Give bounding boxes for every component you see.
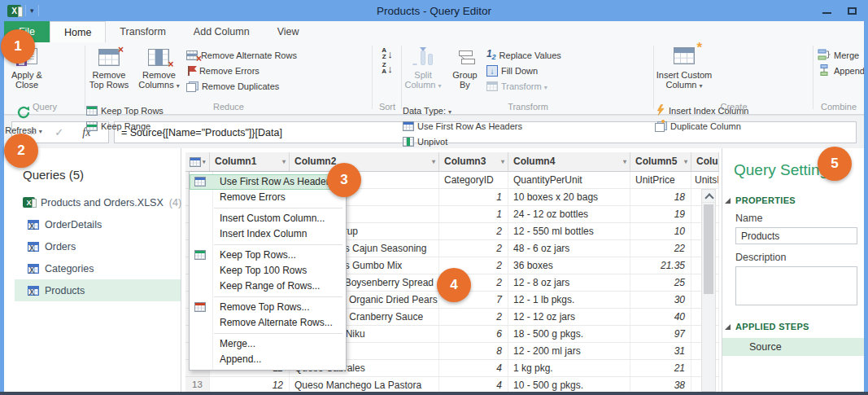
filter-icon[interactable]: ▾ — [684, 158, 687, 165]
column-header-column1[interactable]: Column1▾ — [210, 152, 290, 172]
merge-button[interactable]: Merge — [818, 49, 863, 62]
grid-vertical-scrollbar[interactable] — [701, 189, 716, 392]
filter-icon[interactable]: ▾ — [501, 158, 504, 165]
cell-column5[interactable]: 10 — [630, 223, 691, 240]
menu-item[interactable]: Remove Errors — [190, 190, 346, 205]
cell-column4[interactable]: QuantityPerUnit — [508, 172, 630, 189]
minimize-button[interactable] — [822, 12, 831, 14]
menu-item[interactable]: Keep Range of Rows... — [190, 279, 346, 294]
sort-descending-button[interactable]: ZA↓ — [382, 62, 392, 75]
menu-item[interactable]: Remove Top Rows... — [190, 300, 346, 315]
remove-duplicates-button[interactable]: Remove Duplicates — [186, 80, 299, 93]
maximize-button[interactable] — [848, 7, 857, 15]
cell-column4[interactable]: 48 - 6 oz jars — [508, 240, 630, 257]
transform-button[interactable]: Transform — [486, 80, 566, 93]
menu-item[interactable]: Merge... — [190, 336, 346, 352]
column-header-column5[interactable]: Column5▾ — [630, 152, 691, 172]
query-list-item[interactable]: X Orders — [4, 235, 181, 257]
cell-column5[interactable]: 18 — [630, 189, 691, 206]
remove-alternate-rows-button[interactable]: × Remove Alternate Rows — [186, 49, 299, 62]
cell-column3[interactable]: 8 — [439, 343, 508, 360]
cell-column3[interactable]: 1 — [439, 189, 508, 206]
unpivot-button[interactable]: Unpivot — [403, 135, 534, 148]
scrollbar-up-arrow[interactable] — [702, 190, 715, 203]
cell-column5[interactable]: 97 — [630, 326, 691, 343]
menu-item[interactable] — [214, 244, 342, 245]
cell-column1[interactable]: 12 — [210, 377, 290, 392]
replace-values-button[interactable]: 12 Replace Values — [486, 49, 566, 62]
duplicate-column-button[interactable]: Duplicate Column — [655, 120, 751, 133]
cell-column5[interactable]: 22 — [630, 240, 691, 257]
applied-steps-section-header[interactable]: APPLIED STEPS — [725, 322, 865, 331]
filter-icon[interactable]: ▾ — [432, 158, 435, 165]
cell-column5[interactable]: 38 — [630, 377, 691, 392]
cell-column3[interactable]: 2 — [439, 309, 508, 326]
cell-column3[interactable]: 6 — [439, 326, 508, 343]
cell-column3[interactable]: 2 — [439, 223, 508, 240]
column-header-column3[interactable]: Column3▾ — [439, 152, 508, 172]
menu-item[interactable]: Insert Custom Column... — [190, 211, 346, 226]
cell-column2[interactable]: Queso Manchego La Pastora — [290, 377, 439, 392]
menu-item[interactable] — [214, 208, 342, 208]
cell-column4[interactable]: 36 boxes — [508, 257, 630, 274]
menu-item[interactable] — [214, 333, 342, 334]
menu-item[interactable]: Remove Alternate Rows... — [190, 315, 346, 331]
tab-view[interactable]: View — [264, 21, 313, 42]
applied-step-item[interactable]: Source — [722, 338, 865, 356]
append-button[interactable]: Append — [818, 64, 863, 77]
description-input[interactable] — [735, 266, 857, 305]
cell-column5[interactable]: 21 — [630, 360, 691, 377]
row-number[interactable]: 13 — [185, 377, 210, 392]
remove-top-rows-button[interactable]: × Remove Top Rows — [86, 42, 132, 98]
column-header-column6[interactable]: Column6 — [691, 152, 719, 172]
query-list-item[interactable]: X Products and Orders.XLSX (4) — [4, 191, 181, 213]
menu-item[interactable]: Insert Index Column — [190, 226, 346, 242]
cell-column5[interactable]: 40 — [630, 309, 691, 326]
cell-column5[interactable]: 31 — [630, 343, 691, 360]
remove-errors-button[interactable]: Remove Errors — [186, 64, 299, 77]
cell-column4[interactable]: 1 kg pkg. — [508, 360, 630, 377]
tab-transform[interactable]: Transform — [106, 21, 180, 42]
column-header-column4[interactable]: Column4▾ — [508, 152, 630, 172]
cell-column4[interactable]: 12 - 200 ml jars — [508, 343, 630, 360]
cell-column4[interactable]: 12 - 1 lb pkgs. — [508, 292, 630, 309]
tab-add-column[interactable]: Add Column — [180, 21, 264, 42]
cell-column3[interactable]: 4 — [439, 377, 508, 392]
scrollbar-thumb[interactable] — [704, 204, 713, 294]
use-first-row-as-headers-button[interactable]: Use First Row As Headers — [403, 120, 534, 133]
cell-column3[interactable]: CategoryID — [439, 172, 508, 189]
column-header-column2[interactable]: Column2▾ — [290, 152, 439, 172]
menu-item[interactable]: Keep Top Rows... — [190, 248, 346, 263]
filter-icon[interactable]: ▾ — [623, 158, 626, 165]
cell-column5[interactable]: 21.35 — [630, 257, 691, 274]
split-column-button[interactable]: Split Column — [403, 42, 443, 98]
keep-range-button[interactable]: Keep Range — [86, 120, 164, 133]
properties-section-header[interactable]: PROPERTIES — [725, 195, 865, 205]
insert-custom-column-button[interactable]: * Insert Custom Column — [655, 42, 713, 98]
query-name-input[interactable] — [735, 227, 857, 244]
cell-column5[interactable]: UnitPrice — [630, 172, 691, 189]
tab-home[interactable]: Home — [50, 21, 106, 42]
group-by-button[interactable]: Group By — [447, 42, 482, 98]
cell-column4[interactable]: 10 - 500 g pkgs. — [508, 377, 630, 392]
cell-column4[interactable]: 12 - 550 ml bottles — [508, 223, 630, 240]
cell-column5[interactable]: 25 — [630, 274, 691, 292]
menu-item[interactable]: Append... — [190, 352, 346, 367]
cell-column4[interactable]: 10 boxes x 20 bags — [508, 189, 630, 206]
cell-column6[interactable]: UnitsInStock — [691, 172, 719, 189]
cell-column4[interactable]: 24 - 12 oz bottles — [508, 206, 630, 223]
cell-column4[interactable]: 18 - 500 g pkgs. — [508, 326, 630, 343]
menu-item[interactable]: Keep Top 100 Rows — [190, 263, 346, 279]
filter-icon[interactable]: ▾ — [282, 158, 286, 165]
fill-down-button[interactable]: ↓ Fill Down — [486, 64, 566, 77]
query-list-item[interactable]: X Products — [15, 279, 181, 301]
cell-column4[interactable]: 12 - 8 oz jars — [508, 274, 630, 292]
menu-item[interactable]: Use First Row As Headers — [190, 174, 346, 190]
cell-column3[interactable]: 1 — [439, 206, 508, 223]
cell-column4[interactable]: 12 - 12 oz jars — [508, 309, 630, 326]
remove-columns-button[interactable]: × Remove Columns — [135, 42, 182, 98]
query-list-item[interactable]: X OrderDetails — [4, 213, 181, 235]
cell-column3[interactable]: 2 — [439, 240, 508, 257]
cell-column3[interactable]: 4 — [439, 360, 508, 377]
cell-column5[interactable]: 30 — [630, 292, 691, 309]
